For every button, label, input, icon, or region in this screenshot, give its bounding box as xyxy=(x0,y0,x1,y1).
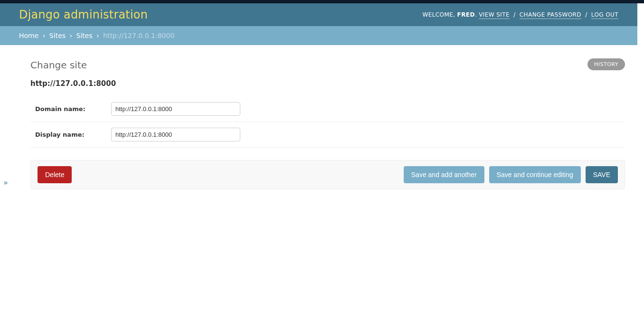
domain-name-label: Domain name: xyxy=(35,105,111,113)
welcome-label: WELCOME, xyxy=(422,11,455,18)
separator: / xyxy=(511,11,517,18)
separator: / xyxy=(583,11,589,18)
site-branding[interactable]: Django administration xyxy=(19,8,148,21)
main-content: Change site HISTORY http://127.0.0.1:800… xyxy=(11,45,644,199)
display-name-label: Display name: xyxy=(35,131,111,138)
save-continue-button[interactable]: Save and continue editing xyxy=(489,166,581,183)
domain-name-input[interactable] xyxy=(111,102,240,116)
breadcrumb-sep: › xyxy=(68,32,75,39)
user-links: WELCOME, FRED. VIEW SITE / CHANGE PASSWO… xyxy=(422,11,618,18)
sidebar-toggle[interactable]: » xyxy=(0,45,11,199)
display-name-input[interactable] xyxy=(111,128,240,141)
chevron-right-icon[interactable]: » xyxy=(3,178,8,187)
form-row-domain-name: Domain name: xyxy=(30,96,625,122)
delete-button[interactable]: Delete xyxy=(38,166,72,183)
view-site-link[interactable]: VIEW SITE xyxy=(479,11,510,19)
history-button[interactable]: HISTORY xyxy=(587,58,625,70)
save-add-another-button[interactable]: Save and add another xyxy=(404,166,484,183)
breadcrumb-sites-model[interactable]: Sites xyxy=(76,32,93,39)
breadcrumb-home[interactable]: Home xyxy=(19,32,38,39)
top-stripe xyxy=(0,0,644,3)
breadcrumb-sep: › xyxy=(41,32,47,39)
username: FRED xyxy=(457,11,475,18)
breadcrumb: Home › Sites › Sites › http://127.0.0.1:… xyxy=(0,26,644,45)
object-repr: http://127.0.0.1:8000 xyxy=(30,79,625,88)
submit-row: Delete Save and add another Save and con… xyxy=(30,160,625,189)
object-tools: HISTORY xyxy=(587,58,625,70)
page-title: Change site xyxy=(30,59,625,71)
form-row-display-name: Display name: xyxy=(30,122,625,148)
breadcrumb-current: http://127.0.0.1:8000 xyxy=(103,32,174,39)
header: Django administration WELCOME, FRED. VIE… xyxy=(0,3,644,26)
logout-link[interactable]: LOG OUT xyxy=(591,11,618,19)
breadcrumb-sep: › xyxy=(95,32,101,39)
change-password-link[interactable]: CHANGE PASSWORD xyxy=(520,11,581,19)
breadcrumb-sites-app[interactable]: Sites xyxy=(49,32,66,39)
save-button[interactable]: SAVE xyxy=(586,166,618,183)
